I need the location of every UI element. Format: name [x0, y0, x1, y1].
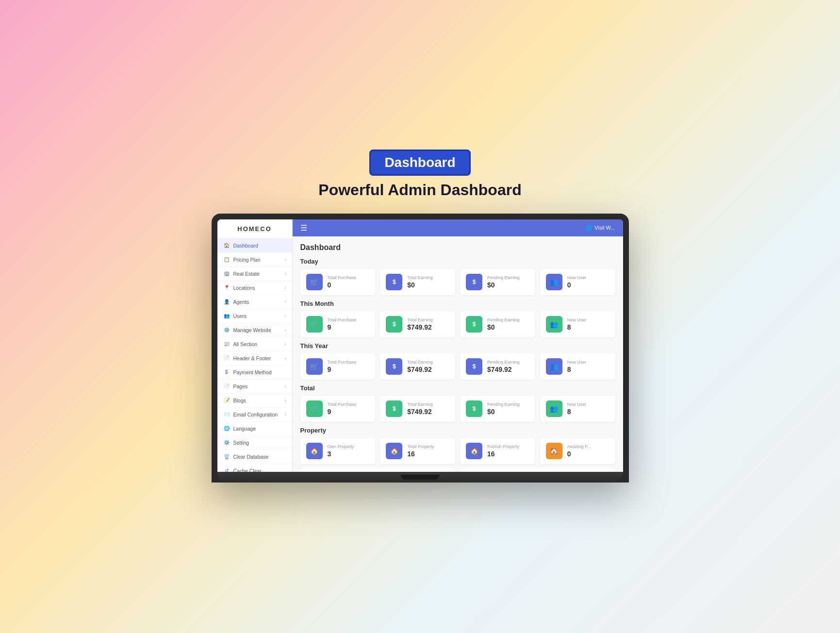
stat-info: Total Purchase 0: [328, 275, 357, 289]
stat-card: $ Total Earning $749.92: [380, 311, 455, 337]
property-stat-icon: 🏠: [306, 443, 323, 459]
page-title-badge: Dashboard: [371, 151, 469, 174]
sidebar-item-clear-database[interactable]: 🗑️ Clear Database: [217, 450, 292, 464]
stats-grid: 🛒 Total Purchase 9 $ Total Earning $749.…: [300, 353, 615, 380]
section-today: Today 🛒 Total Purchase 0 $ Total Earning…: [300, 258, 615, 295]
stat-value: 9: [328, 323, 357, 331]
stat-icon: $: [466, 274, 482, 290]
stat-card: $ Total Earning $749.92: [380, 353, 455, 380]
sidebar-item-real-estate[interactable]: 🏢 Real Estate ›: [217, 267, 292, 281]
stat-icon: 🛒: [306, 358, 323, 375]
sidebar-icon-language: 🌐: [223, 425, 230, 432]
page-header: Dashboard Powerful Admin Dashboard: [212, 151, 629, 199]
section-title: Today: [300, 258, 615, 265]
sidebar-item-all-section[interactable]: 📰 All Section ›: [217, 337, 292, 351]
sidebar-item-dashboard[interactable]: 🏠 Dashboard: [217, 239, 292, 253]
stat-card: 👥 New User 8: [540, 311, 615, 337]
stat-icon: 🛒: [306, 400, 323, 417]
stat-label: Total Earning: [407, 402, 433, 407]
property-bottom-stat-card: 🏠 Total Agent 8: [460, 468, 615, 472]
sidebar-label-header-footer: Header & Footer: [233, 355, 285, 361]
stat-info: Pending Earning $749.92: [487, 360, 520, 373]
property-bottom-grid: 🏠 Reject Property 0 🏠 Total Agent 8: [300, 468, 615, 472]
visit-text[interactable]: Visit W...: [594, 225, 615, 231]
sidebar-icon-users: 👥: [223, 313, 230, 319]
stat-icon: 👥: [546, 316, 562, 333]
sidebar-item-email-config[interactable]: ✉️ Email Configuration ›: [217, 408, 292, 422]
property-stat-label: Publish Property: [487, 444, 519, 449]
stats-grid: 🛒 Total Purchase 9 $ Total Earning $749.…: [300, 311, 615, 337]
sidebar-label-real-estate: Real Estate: [233, 271, 285, 277]
property-stat-info: Total Property 16: [407, 444, 434, 458]
section-title: This Year: [300, 342, 615, 350]
sidebar-label-locations: Locations: [233, 285, 285, 291]
sidebar-arrow-locations: ›: [285, 285, 286, 290]
sidebar-item-language[interactable]: 🌐 Language: [217, 422, 292, 436]
stat-card: 🛒 Total Purchase 9: [300, 311, 376, 337]
stat-value: $749.92: [407, 408, 433, 416]
sidebar-label-all-section: All Section: [233, 341, 285, 347]
sidebar-item-cache-clear[interactable]: ↺ Cache Clear: [217, 464, 292, 472]
property-stat-label: Awaiting P...: [567, 444, 591, 449]
stat-icon: 👥: [546, 358, 562, 375]
stat-card: 👥 New User 8: [540, 396, 615, 422]
section-title: Total: [300, 384, 615, 392]
stat-card: $ Pending Earning $0: [460, 311, 535, 337]
hamburger-icon[interactable]: ☰: [300, 223, 307, 233]
sidebar-brand: HOMECO: [217, 219, 292, 239]
stat-info: Total Earning $0: [407, 275, 433, 289]
property-bottom-stat-card: 🏠 Reject Property 0: [300, 468, 456, 472]
sidebar-item-header-footer[interactable]: 📄 Header & Footer ›: [217, 351, 292, 366]
stat-card: $ Pending Earning $0: [460, 396, 535, 422]
property-stat-info: Own Property 3: [328, 444, 354, 458]
stat-value: $749.92: [407, 323, 433, 331]
property-stat-card: 🏠 Awaiting P... 0: [540, 438, 615, 464]
sidebar-item-manage-website[interactable]: ⚙️ Manage Website ›: [217, 323, 292, 337]
stat-info: Total Earning $749.92: [407, 402, 433, 416]
sidebar-item-setting[interactable]: ⚙️ Setting: [217, 436, 292, 450]
navbar-right: 🌐 Visit W...: [585, 225, 615, 231]
sidebar-icon-clear-database: 🗑️: [223, 453, 230, 460]
stat-value: 0: [567, 281, 587, 289]
sidebar-icon-cache-clear: ↺: [223, 467, 230, 472]
section-title: This Month: [300, 300, 615, 307]
sidebar-label-pages: Pages: [233, 383, 285, 389]
stat-label: Total Earning: [407, 360, 433, 365]
stat-label: Total Purchase: [328, 275, 357, 280]
sidebar-item-agents[interactable]: 👤 Agents ›: [217, 295, 292, 309]
property-section-title: Property: [300, 427, 615, 434]
sidebar-arrow-header-footer: ›: [285, 356, 286, 361]
main-content: ☰ 🌐 Visit W... Dashboard Today 🛒 Total P…: [293, 219, 623, 472]
sidebar-icon-pages: 📄: [223, 383, 230, 390]
property-stat-icon: 🏠: [386, 443, 402, 459]
sidebar-item-locations[interactable]: 📍 Locations ›: [217, 281, 292, 295]
stat-label: Pending Earning: [487, 317, 520, 322]
stat-icon: $: [466, 400, 482, 417]
sidebar-item-pricing-plan[interactable]: 📋 Pricing Plan ›: [217, 253, 292, 267]
sidebar-arrow-real-estate: ›: [285, 271, 286, 276]
stat-label: Total Purchase: [328, 317, 357, 322]
stat-label: Total Purchase: [328, 360, 357, 365]
laptop-base: [217, 472, 623, 483]
sidebar-icon-blogs: 📝: [223, 397, 230, 404]
sidebar-icon-locations: 📍: [223, 284, 230, 291]
stat-icon: $: [466, 358, 482, 375]
sidebar-label-users: Users: [233, 313, 285, 319]
property-stat-icon: 🏠: [546, 443, 562, 459]
page-subtitle: Powerful Admin Dashboard: [212, 181, 629, 199]
stat-value: 9: [328, 408, 357, 416]
laptop-notch: [401, 475, 440, 480]
property-stat-card: 🏠 Publish Property 16: [460, 438, 535, 464]
sidebar-item-users[interactable]: 👥 Users ›: [217, 309, 292, 323]
property-stat-card: 🏠 Own Property 3: [300, 438, 376, 464]
stat-card: 👥 New User 8: [540, 353, 615, 380]
sidebar-label-blogs: Blogs: [233, 398, 285, 403]
sidebar-item-pages[interactable]: 📄 Pages ›: [217, 380, 292, 394]
stat-label: New User: [567, 360, 587, 365]
stat-value: 8: [567, 323, 587, 331]
sidebar-item-blogs[interactable]: 📝 Blogs ›: [217, 394, 292, 408]
stat-info: Pending Earning $0: [487, 275, 520, 289]
sidebar-item-payment-method[interactable]: $ Payment Method: [217, 366, 292, 380]
sidebar-icon-pricing-plan: 📋: [223, 256, 230, 263]
section-this-month: This Month 🛒 Total Purchase 9 $ Total Ea…: [300, 300, 615, 337]
